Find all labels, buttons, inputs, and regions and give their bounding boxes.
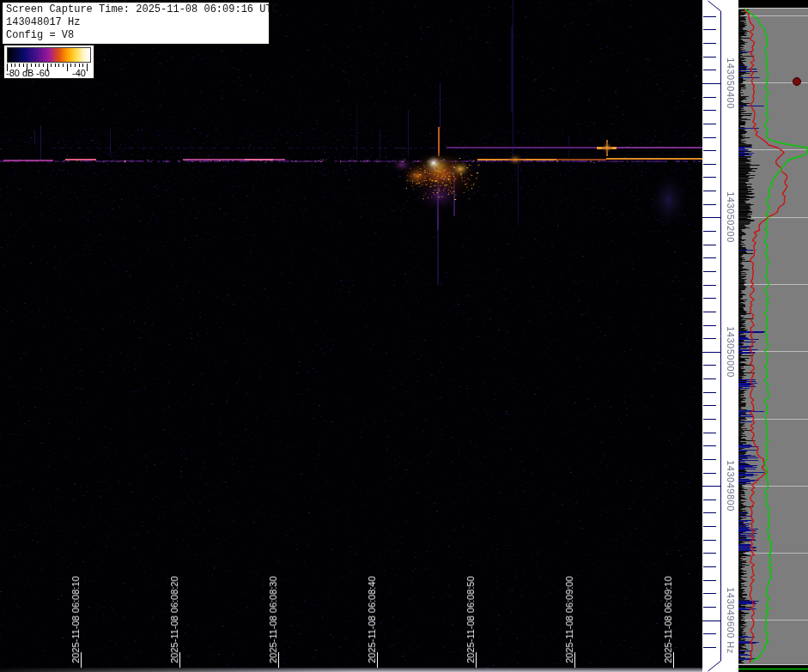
freq-tick-label: 143050000 — [726, 326, 736, 378]
time-tick-label: 2025-11-08 06:08:20 — [169, 576, 179, 663]
db-label-min: -80 dB — [6, 68, 33, 78]
time-tick-label: 2025-11-08 06:09:00 — [564, 576, 574, 663]
color-scale-legend: -80 dB -60 -40 — [3, 45, 94, 79]
waterfall-spectrogram — [0, 0, 702, 672]
freq-tick-label: 143049800 — [726, 460, 736, 512]
time-tick-label: 2025-11-08 06:08:50 — [465, 576, 476, 663]
capture-info-box: Screen Capture Time: 2025-11-08 06:09:16… — [2, 2, 270, 45]
config-text: Config = V8 — [6, 29, 269, 42]
time-tick-label: 2025-11-08 06:09:10 — [663, 576, 673, 663]
freq-tick-label: 143050400 — [726, 58, 736, 109]
center-frequency-text: 143048017 Hz — [6, 16, 269, 29]
capture-time-text: Screen Capture Time: 2025-11-08 06:09:16… — [6, 3, 269, 16]
spectrum-lab-screen-capture: Screen Capture Time: 2025-11-08 06:09:16… — [0, 0, 808, 672]
color-gradient-bar — [7, 47, 91, 63]
freq-tick-label: 143049600 Hz — [726, 587, 736, 654]
db-label-mid: -60 — [36, 68, 50, 78]
time-tick-label: 2025-11-08 06:08:30 — [268, 576, 278, 663]
freq-tick-label: 143050200 — [726, 191, 736, 243]
time-tick-label: 2025-11-08 06:08:40 — [367, 576, 377, 663]
db-label-max: -40 — [72, 68, 86, 78]
time-tick-label: 2025-11-08 06:08:10 — [70, 576, 81, 663]
spectrum-analyzer-panel — [738, 0, 808, 672]
